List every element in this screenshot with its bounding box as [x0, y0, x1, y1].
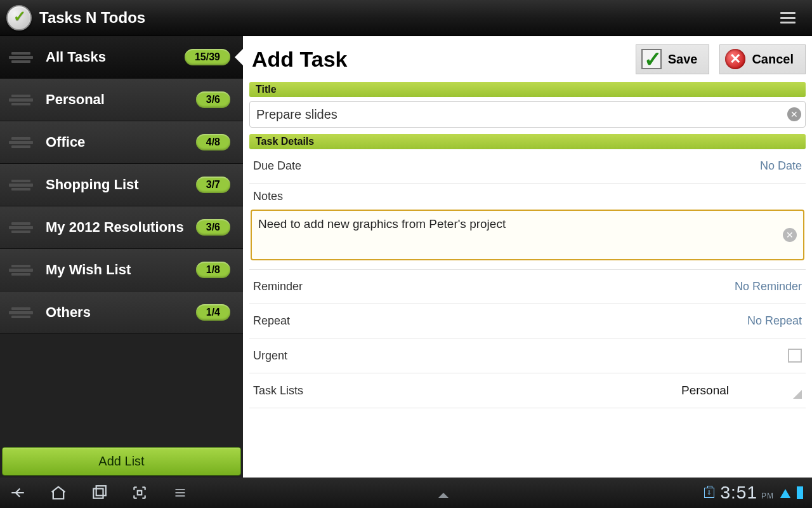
drag-handle-icon[interactable]: [8, 52, 34, 63]
menu-icon[interactable]: [780, 12, 796, 23]
count-badge: 1/8: [196, 262, 230, 278]
cancel-button[interactable]: Cancel: [719, 44, 806, 74]
drag-handle-icon[interactable]: [8, 265, 34, 276]
reminder-label: Reminder: [253, 280, 303, 293]
due-date-value: No Date: [760, 159, 802, 173]
app-logo-icon: [6, 5, 32, 30]
due-date-row[interactable]: Due Date No Date: [249, 149, 806, 184]
sidebar-item-all-tasks[interactable]: All Tasks 15/39: [0, 36, 243, 79]
count-badge: 15/39: [185, 49, 230, 65]
sidebar-item-label: My 2012 Resolutions: [34, 220, 196, 235]
drag-handle-icon[interactable]: [8, 95, 34, 105]
sidebar-item-office[interactable]: Office 4/8: [0, 121, 243, 164]
drag-handle-icon[interactable]: [8, 137, 34, 148]
sidebar-item-label: Others: [34, 305, 196, 320]
system-nav-bar: ⇩ 3:51 PM: [0, 478, 812, 508]
repeat-value: No Repeat: [747, 314, 802, 328]
add-task-panel: Add Task Save Cancel Title ✕ Task Detail…: [243, 36, 812, 478]
back-icon[interactable]: [9, 484, 27, 502]
download-notification-icon[interactable]: ⇩: [704, 488, 714, 498]
title-input[interactable]: [256, 107, 787, 122]
svg-rect-1: [96, 486, 106, 495]
sidebar-item-label: Office: [34, 135, 196, 150]
wifi-icon: [780, 484, 790, 498]
sidebar-item-personal[interactable]: Personal 3/6: [0, 79, 243, 121]
drag-handle-icon[interactable]: [8, 180, 34, 190]
count-badge: 4/8: [196, 134, 230, 150]
clock-ampm: PM: [761, 491, 774, 500]
sidebar-empty-area: [0, 334, 243, 447]
due-date-label: Due Date: [253, 159, 301, 173]
chevron-up-icon: [438, 488, 449, 498]
tasklists-label: Task Lists: [253, 384, 303, 398]
clear-notes-icon[interactable]: ✕: [783, 228, 797, 242]
section-header-title: Title: [249, 82, 806, 97]
reminder-row[interactable]: Reminder No Reminder: [249, 270, 806, 304]
sidebar-item-label: My Wish List: [34, 262, 196, 277]
tasklists-value: Personal: [681, 384, 729, 398]
sidebar-item-wishlist[interactable]: My Wish List 1/8: [0, 249, 243, 291]
svg-rect-2: [138, 491, 142, 495]
cancel-button-label: Cancel: [752, 52, 794, 67]
recent-apps-icon[interactable]: [90, 484, 108, 502]
sidebar-item-shopping-list[interactable]: Shopping List 3/7: [0, 164, 243, 206]
count-badge: 3/7: [196, 177, 230, 193]
sidebar-item-label: Personal: [34, 92, 196, 107]
urgent-label: Urgent: [253, 349, 287, 363]
urgent-checkbox[interactable]: [788, 349, 802, 363]
notes-field[interactable]: ✕: [251, 210, 804, 260]
sidebar-item-others[interactable]: Others 1/4: [0, 291, 243, 334]
clear-title-icon[interactable]: ✕: [787, 107, 801, 121]
sidebar-item-label: All Tasks: [34, 50, 185, 65]
add-list-button[interactable]: Add List: [2, 447, 241, 476]
app-topbar: Tasks N Todos: [0, 0, 812, 36]
overflow-menu-icon[interactable]: [171, 484, 189, 502]
panel-title: Add Task: [252, 47, 625, 72]
save-button[interactable]: Save: [636, 44, 710, 74]
drag-handle-icon[interactable]: [8, 307, 34, 318]
tasklists-row[interactable]: Task Lists Personal: [249, 373, 806, 408]
status-clock[interactable]: 3:51 PM: [721, 483, 775, 503]
check-icon: [641, 49, 662, 69]
save-button-label: Save: [668, 52, 698, 67]
repeat-row[interactable]: Repeat No Repeat: [249, 304, 806, 338]
svg-rect-0: [93, 489, 103, 498]
section-header-details: Task Details: [249, 134, 806, 149]
notes-label: Notes: [251, 190, 804, 210]
home-icon[interactable]: [49, 484, 67, 502]
close-icon: [725, 49, 745, 69]
sidebar-item-label: Shopping List: [34, 177, 196, 192]
count-badge: 3/6: [196, 219, 230, 236]
app-title: Tasks N Todos: [39, 9, 780, 27]
reminder-value: No Reminder: [735, 280, 802, 293]
notification-handle[interactable]: [189, 488, 698, 498]
urgent-row[interactable]: Urgent: [249, 338, 806, 373]
clock-time: 3:51: [721, 483, 758, 503]
sidebar: All Tasks 15/39 Personal 3/6 Office 4/8 …: [0, 36, 243, 478]
screenshot-icon[interactable]: [131, 484, 148, 502]
count-badge: 3/6: [196, 91, 230, 108]
title-input-wrapper[interactable]: ✕: [249, 101, 806, 128]
notes-textarea[interactable]: [258, 217, 783, 253]
add-list-label: Add List: [98, 454, 144, 469]
tasklists-select[interactable]: Personal: [681, 384, 802, 398]
count-badge: 1/4: [196, 304, 230, 321]
sidebar-item-resolutions[interactable]: My 2012 Resolutions 3/6: [0, 206, 243, 249]
repeat-label: Repeat: [253, 314, 290, 328]
battery-icon: [797, 486, 803, 499]
drag-handle-icon[interactable]: [8, 222, 34, 233]
